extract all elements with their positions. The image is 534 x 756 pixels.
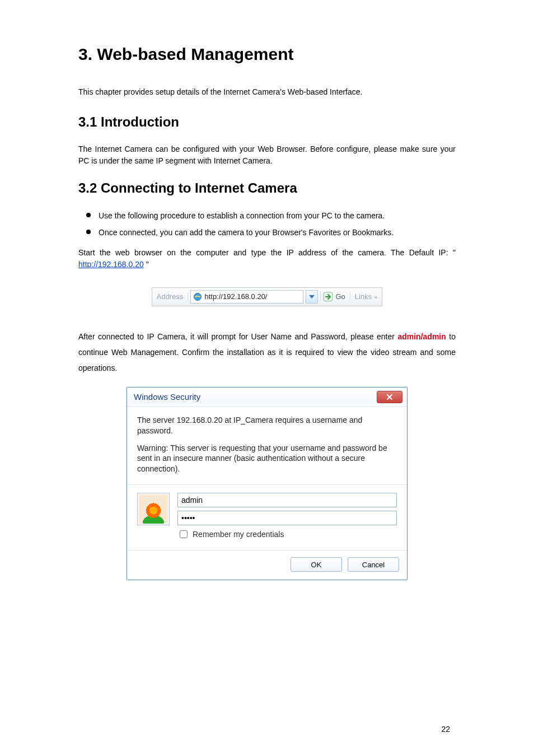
start-browser-paragraph: Start the web browser on the computer an… [78, 247, 456, 270]
flower-icon [139, 494, 168, 524]
go-label: Go [335, 292, 345, 301]
dialog-message-area: The server 192.168.0.20 at IP_Camera req… [127, 407, 407, 485]
list-item: Once connected, you can add the camera t… [78, 226, 456, 239]
cancel-button[interactable]: Cancel [348, 557, 399, 572]
dialog-button-row: OK Cancel [127, 550, 407, 580]
paragraph-suffix: " [144, 260, 149, 269]
username-field[interactable] [177, 493, 397, 507]
address-dropdown-button[interactable] [306, 290, 318, 304]
ie-address-bar: Address http://192.168.0.20/ [152, 287, 383, 306]
remember-credentials-checkbox[interactable] [180, 530, 188, 538]
paragraph-lead: After connected to IP Camera, it [78, 332, 194, 341]
dialog-line-1: The server 192.168.0.20 at IP_Camera req… [137, 415, 397, 436]
section-3-1-body: The Internet Camera can be configured wi… [78, 143, 456, 167]
close-icon [386, 394, 393, 400]
chevron-right-icon: » [374, 293, 377, 300]
credentials-row: Remember my credentials [127, 485, 407, 550]
credentials-highlight: admin/admin [397, 332, 446, 341]
remember-credentials-label[interactable]: Remember my credentials [177, 529, 397, 540]
go-arrow-icon [323, 292, 333, 302]
address-field[interactable]: http://192.168.0.20/ [190, 290, 303, 304]
chapter-intro-text: This chapter provides setup details of t… [78, 87, 456, 96]
links-button[interactable]: Links » [350, 292, 382, 301]
list-item: Use the following procedure to establish… [78, 209, 456, 222]
dialog-line-2: Warning: This server is requesting that … [137, 443, 397, 475]
dialog-title-text: Windows Security [134, 392, 200, 402]
section-3-2-heading: 3.2 Connecting to Internet Camera [78, 180, 456, 196]
remember-credentials-text: Remember my credentials [193, 530, 284, 539]
address-url-text: http://192.168.0.20/ [204, 292, 267, 301]
page-number: 22 [441, 725, 450, 734]
section-3-1-heading: 3.1 Introduction [78, 114, 456, 130]
ie-icon [193, 292, 202, 301]
dialog-titlebar: Windows Security [127, 388, 407, 407]
camera-url-link[interactable]: http://192.168.0.20 [78, 260, 144, 269]
go-button[interactable]: Go [320, 292, 349, 302]
paragraph-prefix: Start the web browser on the computer an… [78, 248, 456, 257]
user-avatar [137, 493, 170, 525]
after-connect-paragraph: After connected to IP Camera, it will pr… [78, 329, 456, 376]
page-title: 3. Web-based Management [78, 45, 456, 64]
paragraph-mid1: will prompt for User Name and Password, … [194, 332, 397, 341]
address-label: Address [152, 292, 189, 301]
password-field[interactable] [177, 511, 397, 525]
close-button[interactable] [377, 391, 402, 403]
windows-security-dialog: Windows Security The server 192.168.0.20… [127, 387, 407, 580]
ok-button[interactable]: OK [291, 557, 342, 572]
links-label: Links [355, 292, 372, 301]
bullet-list: Use the following procedure to establish… [78, 209, 456, 239]
